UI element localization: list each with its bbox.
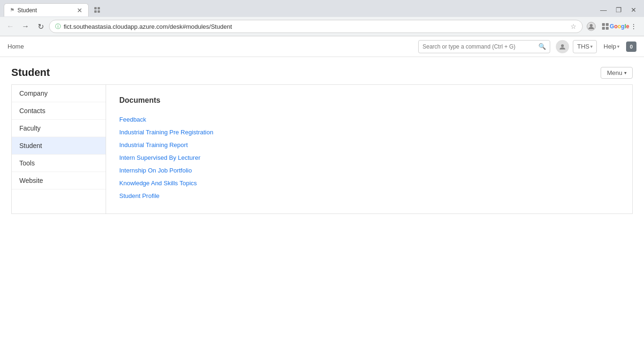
doc-link-internship-on-job-portfolio[interactable]: Internship On Job Portfolio xyxy=(119,164,619,177)
bookmark-icon[interactable]: ☆ xyxy=(570,23,577,30)
maximize-button[interactable]: ❐ xyxy=(612,3,625,16)
svg-point-5 xyxy=(590,24,593,27)
minimize-button[interactable]: — xyxy=(597,3,610,16)
more-options-button[interactable]: ⋮ xyxy=(627,20,640,33)
new-tab-button[interactable] xyxy=(91,3,104,16)
reload-button[interactable]: ↻ xyxy=(34,20,47,33)
sidebar-item-company[interactable]: Company xyxy=(12,85,106,102)
browser-actions: Google ⋮ xyxy=(585,20,640,33)
browser-nav-bar: ← → ↻ ⓘ fict.southeastasia.cloudapp.azur… xyxy=(0,17,644,36)
svg-rect-0 xyxy=(94,7,97,9)
sidebar: Company Contacts Faculty Student Tools W… xyxy=(11,84,106,214)
back-button[interactable]: ← xyxy=(4,20,17,33)
address-bar[interactable]: ⓘ fict.southeastasia.cloudapp.azure.com/… xyxy=(49,20,583,33)
window-controls: — ❐ ✕ xyxy=(597,3,640,16)
page-header: Student Menu ▾ xyxy=(0,57,644,84)
sidebar-item-tools[interactable]: Tools xyxy=(12,155,106,172)
search-icon: 🔍 xyxy=(538,43,546,50)
svg-rect-8 xyxy=(602,27,605,30)
secure-icon: ⓘ xyxy=(55,23,61,31)
main-content: Documents Feedback Industrial Training P… xyxy=(106,84,633,214)
svg-rect-2 xyxy=(94,10,97,13)
svg-rect-7 xyxy=(606,23,609,26)
svg-point-11 xyxy=(561,44,564,47)
doc-link-industrial-training-pre-registration[interactable]: Industrial Training Pre Registration xyxy=(119,126,619,139)
svg-rect-6 xyxy=(602,23,605,26)
forward-button[interactable]: → xyxy=(19,20,32,33)
browser-chrome: ⚑ Student ✕ — ❐ ✕ ← → ↻ ⓘ fict.southeast… xyxy=(0,0,644,36)
search-bar[interactable]: 🔍 xyxy=(418,40,550,53)
close-button[interactable]: ✕ xyxy=(627,3,640,16)
documents-title: Documents xyxy=(119,96,619,105)
doc-link-student-profile[interactable]: Student Profile xyxy=(119,189,619,202)
menu-dropdown-arrow: ▾ xyxy=(624,70,627,75)
doc-link-intern-supervised-by-lecturer[interactable]: Intern Supervised By Lecturer xyxy=(119,151,619,164)
notification-badge[interactable]: 0 xyxy=(626,41,636,52)
svg-rect-9 xyxy=(606,27,609,30)
page-title: Student xyxy=(11,66,50,79)
help-button[interactable]: Help ▾ xyxy=(601,40,622,53)
home-link[interactable]: Home xyxy=(8,43,24,50)
doc-link-knowledge-and-skills-topics[interactable]: Knowledge And Skills Topics xyxy=(119,177,619,189)
content-area: Company Contacts Faculty Student Tools W… xyxy=(0,84,644,225)
google-logo: Google xyxy=(613,20,626,33)
menu-label: Menu xyxy=(607,69,622,76)
sidebar-item-student[interactable]: Student xyxy=(12,137,106,155)
sidebar-item-website[interactable]: Website xyxy=(12,172,106,189)
svg-rect-3 xyxy=(98,10,100,13)
user-initials: THS xyxy=(577,43,589,50)
sidebar-item-faculty[interactable]: Faculty xyxy=(12,120,106,137)
topbar-right: THS ▾ Help ▾ 0 xyxy=(556,40,636,53)
user-dropdown-arrow: ▾ xyxy=(590,44,593,49)
tab-favicon: ⚑ xyxy=(10,7,15,13)
url-display: fict.southeastasia.cloudapp.azure.com/de… xyxy=(64,23,567,30)
user-label-button[interactable]: THS ▾ xyxy=(573,40,597,53)
help-label: Help xyxy=(603,43,616,50)
user-avatar-button[interactable] xyxy=(556,40,569,53)
tab-close-button[interactable]: ✕ xyxy=(77,7,83,14)
doc-link-feedback[interactable]: Feedback xyxy=(119,113,619,126)
tab-title: Student xyxy=(17,7,73,14)
app-topbar: Home 🔍 THS ▾ Help ▾ 0 xyxy=(0,36,644,57)
menu-button[interactable]: Menu ▾ xyxy=(601,67,633,79)
sidebar-item-contacts[interactable]: Contacts xyxy=(12,102,106,120)
doc-link-industrial-training-report[interactable]: Industrial Training Report xyxy=(119,139,619,151)
search-input[interactable] xyxy=(422,43,537,50)
browser-tab-active[interactable]: ⚑ Student ✕ xyxy=(4,3,89,16)
browser-title-bar: ⚑ Student ✕ — ❐ ✕ xyxy=(0,0,644,17)
svg-rect-1 xyxy=(98,7,100,9)
help-dropdown-arrow: ▾ xyxy=(617,44,619,49)
profile-icon[interactable] xyxy=(585,20,598,33)
